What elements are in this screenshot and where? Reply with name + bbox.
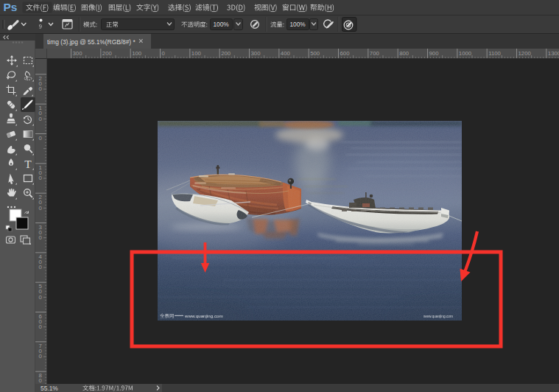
svg-text:55.1%: 55.1%	[41, 385, 58, 392]
svg-text:0: 0	[39, 116, 43, 122]
svg-text:100%: 100%	[214, 21, 230, 28]
svg-text:200: 200	[102, 50, 113, 57]
svg-text:0: 0	[39, 205, 43, 211]
svg-text:0: 0	[162, 50, 166, 57]
svg-text:0: 0	[39, 353, 43, 360]
svg-text:1000: 1000	[459, 50, 472, 57]
svg-text:100: 100	[191, 50, 202, 57]
svg-text:timg (3).jpg @ 55.1%(RGB/8#) *: timg (3).jpg @ 55.1%(RGB/8#) *	[47, 38, 136, 46]
svg-text:800: 800	[399, 50, 409, 57]
svg-text:0: 0	[39, 294, 43, 301]
svg-text:0: 0	[39, 85, 43, 92]
svg-text:400: 400	[281, 50, 291, 57]
svg-text:Ps: Ps	[4, 1, 18, 13]
svg-text:700: 700	[370, 50, 380, 57]
svg-text:0: 0	[39, 323, 43, 330]
svg-text:0: 0	[39, 135, 43, 141]
svg-text:500: 500	[310, 50, 320, 57]
svg-text:300: 300	[73, 50, 83, 57]
svg-text:900: 900	[429, 50, 440, 57]
svg-text:0: 0	[39, 264, 43, 270]
svg-text:200: 200	[221, 50, 231, 57]
svg-text:1300: 1300	[548, 50, 559, 57]
svg-text:1200: 1200	[518, 50, 532, 57]
svg-text:0: 0	[39, 377, 43, 384]
svg-text:1100: 1100	[488, 50, 501, 57]
svg-text:100%: 100%	[290, 21, 306, 28]
svg-text:100: 100	[132, 50, 142, 57]
svg-text:0: 0	[39, 234, 43, 241]
svg-text:600: 600	[340, 50, 351, 57]
svg-text:0: 0	[39, 175, 43, 181]
svg-text:300: 300	[251, 50, 261, 57]
svg-text:T: T	[24, 158, 32, 170]
